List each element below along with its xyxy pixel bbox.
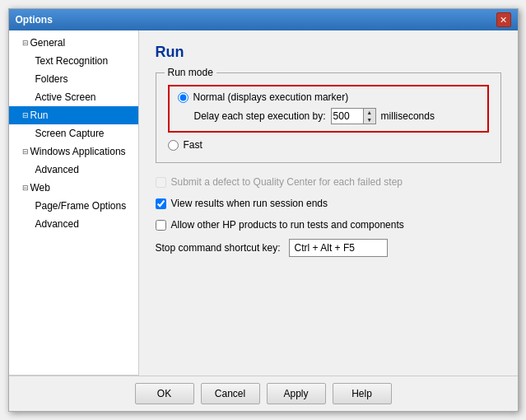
- tree-item-advanced-win[interactable]: Advanced: [9, 161, 138, 179]
- submit-defect-label: Submit a defect to Quality Center for ea…: [171, 176, 403, 188]
- options-dialog: Options ✕ ⊟GeneralText RecognitionFolder…: [8, 8, 519, 412]
- view-results-checkbox[interactable]: [156, 198, 166, 209]
- tree-item-web[interactable]: ⊟Web: [9, 179, 138, 197]
- apply-button[interactable]: Apply: [267, 383, 326, 404]
- tree-item-run[interactable]: ⊟Run: [9, 106, 138, 124]
- dialog-body: ⊟GeneralText RecognitionFoldersActive Sc…: [9, 30, 518, 376]
- tree-label-folders: Folders: [35, 72, 68, 86]
- normal-label: Normal (displays execution marker): [193, 91, 349, 103]
- ok-button[interactable]: OK: [135, 383, 194, 404]
- tree-label-advanced-web: Advanced: [35, 217, 79, 231]
- stop-shortcut-row: Stop command shortcut key:: [156, 239, 501, 257]
- tree-item-general[interactable]: ⊟General: [9, 34, 138, 52]
- tree-item-screen-capture[interactable]: Screen Capture: [9, 124, 138, 142]
- tree-label-windows-applications: Windows Applications: [30, 144, 126, 159]
- title-bar: Options ✕: [9, 9, 518, 30]
- milliseconds-label: milliseconds: [381, 110, 435, 122]
- delay-spin-down[interactable]: ▼: [364, 116, 375, 124]
- delay-input[interactable]: [332, 109, 363, 124]
- tree-label-page-frame-options: Page/Frame Options: [35, 198, 127, 213]
- submit-defect-checkbox[interactable]: [156, 177, 166, 188]
- tree-label-active-screen: Active Screen: [35, 90, 96, 105]
- tree-item-page-frame-options[interactable]: Page/Frame Options: [9, 197, 138, 215]
- fast-radio[interactable]: [168, 140, 179, 151]
- fast-radio-row: Fast: [168, 139, 489, 151]
- stop-shortcut-input[interactable]: [289, 239, 388, 257]
- submit-defect-row: Submit a defect to Quality Center for ea…: [156, 175, 501, 189]
- delay-spin-up[interactable]: ▲: [364, 109, 375, 116]
- tree-label-advanced-win: Advanced: [35, 162, 79, 177]
- normal-option-box: Normal (displays execution marker) Delay…: [168, 85, 489, 133]
- tree-item-text-recognition[interactable]: Text Recognition: [9, 52, 138, 70]
- run-mode-legend: Run mode: [165, 67, 216, 78]
- window-title: Options: [16, 14, 53, 26]
- delay-spinners: ▲ ▼: [363, 109, 375, 124]
- close-button[interactable]: ✕: [496, 12, 511, 27]
- tree-item-active-screen[interactable]: Active Screen: [9, 88, 138, 106]
- page-title: Run: [156, 44, 501, 61]
- tree-label-text-recognition: Text Recognition: [35, 54, 109, 68]
- run-mode-group: Run mode Normal (displays execution mark…: [156, 72, 501, 163]
- allow-hp-label: Allow other HP products to run tests and…: [171, 219, 404, 231]
- cancel-button[interactable]: Cancel: [201, 383, 260, 404]
- allow-hp-checkbox[interactable]: [156, 220, 166, 231]
- tree-item-advanced-web[interactable]: Advanced: [9, 215, 138, 233]
- normal-radio-row: Normal (displays execution marker): [178, 91, 479, 103]
- tree-label-screen-capture: Screen Capture: [35, 126, 105, 141]
- view-results-label: View results when run session ends: [171, 198, 328, 209]
- tree-label-web: Web: [30, 180, 50, 195]
- expand-icon-web: ⊟: [22, 180, 29, 195]
- tree-label-run: Run: [30, 108, 49, 123]
- content-panel: Run Run mode Normal (displays execution …: [139, 30, 518, 376]
- stop-shortcut-label: Stop command shortcut key:: [156, 242, 281, 254]
- delay-input-wrap: ▲ ▼: [331, 108, 376, 124]
- run-mode-content: Normal (displays execution marker) Delay…: [168, 85, 489, 151]
- tree-label-general: General: [30, 35, 66, 50]
- expand-icon-run: ⊟: [22, 108, 29, 123]
- view-results-row: View results when run session ends: [156, 196, 501, 211]
- normal-radio[interactable]: [178, 92, 189, 103]
- expand-icon-windows-applications: ⊟: [22, 144, 29, 159]
- tree-panel: ⊟GeneralText RecognitionFoldersActive Sc…: [9, 30, 139, 376]
- tree-item-windows-applications[interactable]: ⊟Windows Applications: [9, 142, 138, 161]
- button-bar: OK Cancel Apply Help: [9, 376, 518, 411]
- delay-row: Delay each step execution by: ▲ ▼ millis…: [178, 108, 479, 124]
- help-button[interactable]: Help: [333, 383, 392, 404]
- delay-label: Delay each step execution by:: [194, 110, 326, 122]
- tree-item-folders[interactable]: Folders: [9, 70, 138, 88]
- expand-icon-general: ⊟: [22, 35, 29, 50]
- allow-hp-row: Allow other HP products to run tests and…: [156, 217, 501, 232]
- fast-label: Fast: [184, 139, 202, 151]
